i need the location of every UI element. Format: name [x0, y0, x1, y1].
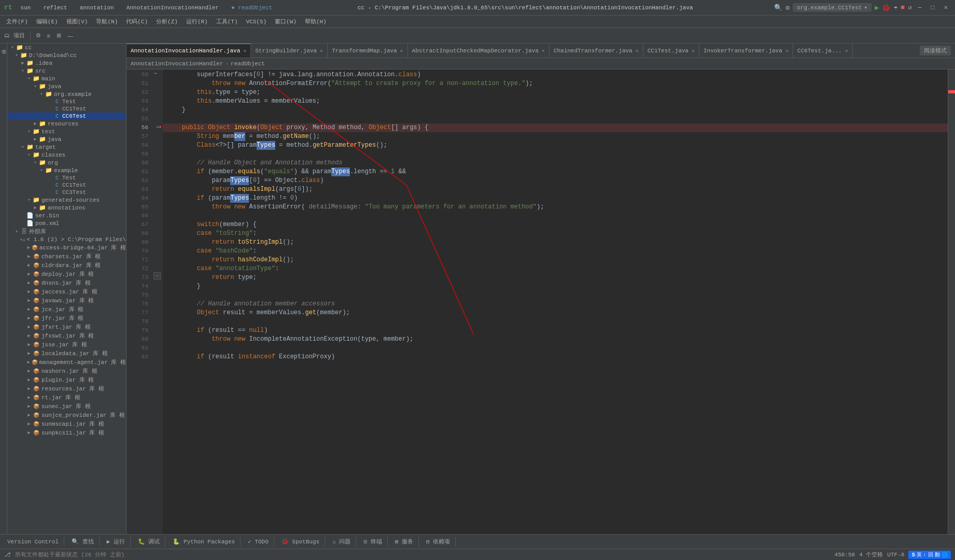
tree-item-serbin[interactable]: ▶ 📄 ser.bin [7, 212, 126, 219]
tab-cc1test[interactable]: CC1Test.java ✕ [643, 44, 699, 58]
tab-close-btn[interactable]: ✕ [542, 48, 545, 54]
tab-invoker[interactable]: InvokerTransformer.java ✕ [699, 44, 793, 58]
tree-item-org-example[interactable]: ▾ 📁 org.example [7, 90, 126, 98]
spotbugs-tab[interactable]: 🐞 SpotBugs [276, 537, 325, 546]
tree-item-jar-jaccess[interactable]: ▶ 📦 jaccess.jar 库 根 [7, 287, 126, 296]
tree-item-org[interactable]: ▾ 📁 org [7, 159, 126, 166]
menu-file[interactable]: 文件(F) [2, 17, 32, 26]
terminal-tab[interactable]: ⊡ 终端 [358, 537, 387, 547]
menu-navigate[interactable]: 导航(N) [92, 17, 122, 26]
tab-close-btn[interactable]: ✕ [243, 48, 246, 54]
tab-stringbuilder[interactable]: StringBuilder.java ✕ [251, 44, 328, 58]
tab-cc6test[interactable]: CC6Test.ja... ✕ [793, 44, 853, 58]
menu-analyze[interactable]: 分析(Z) [152, 17, 182, 26]
problems-tab[interactable]: ⚠ 问题 [327, 537, 356, 547]
toolbar-minimize[interactable]: — [65, 32, 75, 40]
tab-close-btn[interactable]: ✕ [845, 48, 848, 54]
tree-item-test-folder[interactable]: ▾ 📁 test [7, 128, 126, 135]
tree-item-classes[interactable]: ▾ 📁 classes [7, 151, 126, 159]
tree-item-example[interactable]: ▾ 📁 example [7, 166, 126, 174]
tab-transformedmap[interactable]: TransformedMap.java ✕ [328, 44, 408, 58]
tree-item-jar-rt[interactable]: ▶ 📦 rt.jar 库 根 [7, 393, 126, 402]
tab-chained[interactable]: ChainedTransformer.java ✕ [550, 44, 643, 58]
tab-close-btn[interactable]: ✕ [320, 48, 323, 54]
tab-close-btn[interactable]: ✕ [785, 48, 789, 54]
tree-item-cc1test-class[interactable]: ▶ C CC1Test [7, 181, 126, 189]
menu-sun[interactable]: sun [17, 4, 35, 12]
tree-item-generated[interactable]: ▾ 📁 generated-sources [7, 196, 126, 204]
tree-item-test[interactable]: ▶ C Test [7, 98, 126, 105]
tree-item-jar-localedata[interactable]: ▶ 📦 localedata.jar 库 根 [7, 349, 126, 358]
tab-abstract-input[interactable]: AbstractInputCheckedMapDecorator.java ✕ [408, 44, 550, 58]
menu-tools[interactable]: 工具(T) [212, 17, 242, 26]
settings-icon[interactable]: ⚙ [785, 4, 790, 12]
tree-item-java-test[interactable]: ▶ 📁 java [7, 135, 126, 143]
tree-item-jar-sunjce[interactable]: ▶ 📦 sunjce_provider.jar 库 根 [7, 411, 126, 419]
tree-item-external[interactable]: ▾ 🗄 外部库 [7, 227, 126, 236]
menu-handler[interactable]: AnnotationInvocationHandler [122, 4, 223, 12]
tree-item-idea[interactable]: ▶ 📁 .idea [7, 59, 126, 67]
menu-annotation[interactable]: annotation [76, 4, 118, 12]
tree-item-jar-resources[interactable]: ▶ 📦 resources.jar 库 根 [7, 384, 126, 393]
tree-item-jar-nashorn[interactable]: ▶ 📦 nashorn.jar 库 根 [7, 367, 126, 375]
services-tab[interactable]: ⊞ 服务 [390, 537, 419, 547]
tree-item-jar-cldrdata[interactable]: ▶ 📦 cldrdara.jar 库 根 [7, 261, 126, 270]
read-mode-button[interactable]: 阅读模式 [920, 46, 951, 55]
menu-window[interactable]: 窗口(W) [271, 17, 301, 26]
menu-readobject[interactable]: ● readObject [227, 4, 276, 12]
dependencies-tab[interactable]: ⊟ 依赖项 [421, 537, 456, 547]
win-minimize[interactable]: ─ [915, 4, 924, 11]
tree-item-jar-sunpkcs11[interactable]: ▶ 📦 sunpkcs11.jar 库 根 [7, 428, 126, 437]
run-tab[interactable]: ▶ 运行 [102, 537, 131, 547]
tree-item-java-main[interactable]: ▾ 📁 java [7, 82, 126, 90]
tree-item-download[interactable]: ▾ 📁 D:\Download\cc [7, 51, 126, 59]
tree-item-jdk18[interactable]: ▾ ☕ < 1.8 (2) > C:\Program Files\Java\jd… [7, 236, 126, 243]
menu-edit[interactable]: 编辑(E) [32, 17, 62, 26]
tab-annotation-handler[interactable]: AnnotationInvocationHandler.java ✕ [127, 44, 251, 58]
encoding-status[interactable]: UTF-8 [887, 552, 904, 558]
tree-item-annotations[interactable]: ▶ 📁 annotations [7, 204, 126, 212]
tree-item-jar-jfr[interactable]: ▶ 📦 jfr.jar 库 根 [7, 314, 126, 323]
todo-tab[interactable]: ✓ TODO [243, 537, 274, 546]
breadcrumb-readobject[interactable]: readObject [231, 61, 265, 67]
tree-item-jar-access[interactable]: ▶ 📦 access-bridge-64.jar 库 根 [7, 243, 126, 252]
tree-item-jar-dnsns[interactable]: ▶ 📦 dnsns.jar 库 根 [7, 278, 126, 287]
tree-item-cc3test-class[interactable]: ▶ C CC3Test [7, 189, 126, 196]
tree-item-jar-jfxrt[interactable]: ▶ 📦 jfxrt.jar 库 根 [7, 323, 126, 331]
reload-icon[interactable]: ↺ [908, 4, 911, 11]
stop-button[interactable]: ■ [901, 4, 905, 11]
spaces-status[interactable]: 4 个空格 [859, 551, 883, 558]
menu-run[interactable]: 运行(R) [182, 17, 212, 26]
tab-close-btn[interactable]: ✕ [400, 48, 403, 54]
breakpoint-56[interactable]: ● [158, 122, 163, 131]
tree-item-jar-jce[interactable]: ▶ 📦 jce.jar 库 根 [7, 305, 126, 314]
version-control-tab[interactable]: Version Control [2, 538, 64, 546]
debug-button[interactable]: 🐞 [882, 4, 890, 12]
search-icon[interactable]: 🔍 [774, 4, 782, 12]
tree-item-jar-mgmt[interactable]: ▶ 📦 management-agent.jar 库 根 [7, 358, 126, 367]
tree-item-target[interactable]: ▾ 📁 target [7, 143, 126, 151]
tree-item-jar-jsse[interactable]: ▶ 📦 jsse.jar 库 根 [7, 340, 126, 349]
toolbar-list-view[interactable]: ≡ [45, 32, 52, 40]
tree-item-jar-sunmscapi[interactable]: ▶ 📦 sunmscapi.jar 库 根 [7, 419, 126, 428]
run-with-coverage[interactable]: ☂ [893, 4, 897, 12]
python-tab[interactable]: 🐍 Python Packages [167, 537, 241, 546]
run-button[interactable]: ▶ [875, 3, 879, 12]
run-config-selector[interactable]: org.example.CC1Test ▾ [793, 3, 872, 12]
find-tab[interactable]: 🔍 查找 [66, 537, 100, 547]
tree-item-cc1test[interactable]: ▶ C CC1Test [7, 105, 126, 113]
tree-item-src[interactable]: ▾ 📁 src [7, 67, 126, 75]
fold-marker-74[interactable]: ─ [153, 272, 161, 279]
menu-reflect[interactable]: reflect [39, 4, 71, 12]
tree-item-jar-plugin[interactable]: ▶ 📦 plugin.jar 库 根 [7, 375, 126, 384]
tree-item-jar-jfxswt[interactable]: ▶ 📦 jfxswt.jar 库 根 [7, 331, 126, 340]
debug-tab[interactable]: 🐛 调试 [133, 537, 166, 547]
line-col-status[interactable]: 450:58 [835, 552, 855, 558]
tab-close-btn[interactable]: ✕ [692, 48, 695, 54]
breadcrumb-handler[interactable]: AnnotationInvocationHandler [131, 61, 223, 67]
menu-view[interactable]: 视图(V) [62, 17, 92, 26]
tree-item-jar-javaws[interactable]: ▶ 📦 javaws.jar 库 根 [7, 296, 126, 305]
toolbar-gear[interactable]: ⊞ [54, 31, 63, 40]
tree-item-jar-deploy[interactable]: ▶ 📦 deploy.jar 库 根 [7, 270, 126, 278]
tree-item-cc[interactable]: ▾ 📁 cc [7, 44, 126, 51]
